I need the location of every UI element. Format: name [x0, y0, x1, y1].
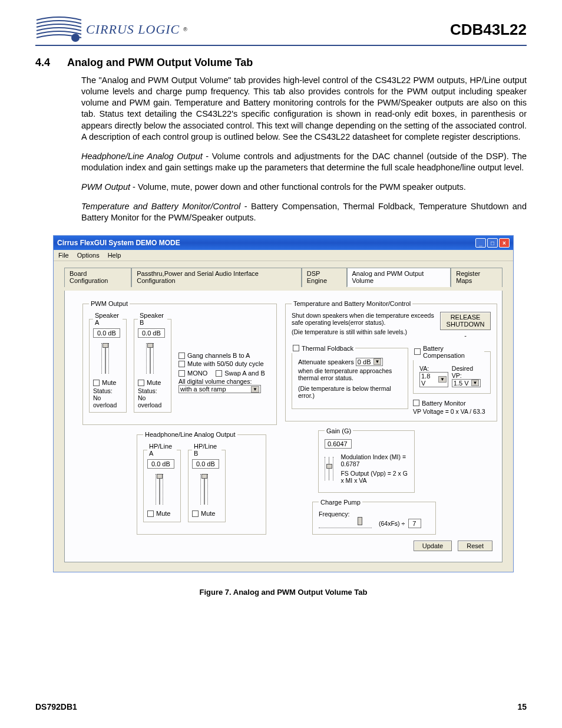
hp-a-mute[interactable]: Mute	[147, 510, 177, 517]
temp-battery-group: Temperature and Battery Monitor/Control …	[285, 300, 497, 421]
speaker-a-status-label: Status:	[93, 387, 123, 394]
section-title: Analog and PWM Output Volume Tab	[67, 57, 253, 69]
speaker-a-slider[interactable]	[93, 341, 118, 375]
dash-icon: -	[440, 332, 491, 339]
page-header: CIRRUS LOGIC® CDB43L22	[35, 17, 527, 46]
thermal-foldback-group: Thermal Foldback Attenuate speakers 0 dB…	[292, 344, 408, 409]
gain-value: 0.6047	[325, 439, 352, 449]
mono-checkbox[interactable]: MONO	[178, 370, 207, 377]
cp-legend: Charge Pump	[319, 499, 362, 506]
speaker-b-label: Speaker B	[138, 312, 167, 326]
paragraph-4: Temperature and Battery Monitor/Control …	[81, 201, 527, 223]
vp-voltage-readout: VP Voltage = 0 x VA / 63.3	[413, 408, 491, 415]
va-label: VA:	[419, 365, 448, 372]
hp-legend: Headphone/Line Analog Output	[143, 431, 237, 438]
app-window: Cirrus FlexGUI System DEMO MODE _ □ × Fi…	[53, 235, 514, 572]
reset-button[interactable]: Reset	[458, 541, 492, 551]
menu-help[interactable]: Help	[108, 252, 121, 259]
tf-att-dropdown[interactable]: 0 dB▼	[356, 358, 384, 366]
mute-5050-checkbox[interactable]: Mute with 50/50 duty cycle	[178, 360, 265, 367]
speaker-a-label: Speaker A	[93, 312, 123, 326]
hp-b-label: HP/Line B	[192, 443, 222, 457]
paragraph-2: Headphone/Line Analog Output - Volume co…	[81, 151, 527, 173]
cp-unit: (64xFs) ÷	[379, 520, 405, 527]
maximize-icon[interactable]: □	[487, 238, 498, 248]
fs-output: FS Output (Vpp) = 2 x G x MI x VA	[340, 470, 408, 484]
gang-checkbox[interactable]: Gang channels B to A	[178, 352, 265, 359]
hp-line-group: Headphone/Line Analog Output HP/Line A 0…	[137, 431, 266, 535]
speaker-a-status-value: No overload	[93, 394, 123, 409]
update-button[interactable]: Update	[414, 541, 452, 551]
cp-divisor: 7	[408, 519, 421, 528]
tab-board-config[interactable]: Board Configuration	[64, 268, 131, 287]
menu-options[interactable]: Options	[77, 252, 100, 259]
tab-passthru[interactable]: Passthru,Power and Serial Audio Interfac…	[131, 268, 302, 287]
speaker-b-mute[interactable]: Mute	[138, 379, 167, 386]
menu-bar: File Options Help	[54, 250, 513, 261]
speaker-b-status-value: No overload	[138, 394, 167, 409]
footer-doc-id: DS792DB1	[35, 702, 77, 711]
window-title: Cirrus FlexGUI System DEMO MODE	[57, 239, 180, 247]
paragraph-3: PWM Output - Volume, mute, power down an…	[81, 182, 527, 193]
figure-caption: Figure 7. Analog and PWM Output Volume T…	[53, 588, 514, 597]
hp-b-value: 0.0 dB	[192, 459, 219, 469]
menu-file[interactable]: File	[58, 252, 69, 259]
section-heading: 4.4 Analog and PWM Output Volume Tab	[35, 57, 527, 69]
battery-comp-checkbox[interactable]: Battery Compensation	[414, 345, 482, 359]
tab-row: Board Configuration Passthru,Power and S…	[64, 267, 503, 287]
shutdown-status: (Die temperature is still within safe le…	[292, 328, 435, 335]
hp-b-mute[interactable]: Mute	[192, 510, 222, 517]
minimize-icon[interactable]: _	[475, 238, 486, 248]
speaker-a-mute[interactable]: Mute	[93, 379, 123, 386]
pwm-legend: PWM Output	[89, 300, 130, 307]
tf-note: (Die temperature is below thermal error.…	[298, 385, 402, 399]
thermal-foldback-checkbox[interactable]: Thermal Foldback	[293, 345, 353, 352]
shutdown-desc: Shut down speakers when die temperature …	[292, 312, 435, 326]
hp-a-slider[interactable]	[147, 472, 172, 506]
speaker-b-group: Speaker B 0.0 dB Mute Status: No overloa…	[134, 312, 171, 413]
footer-page-number: 15	[517, 702, 527, 711]
va-dropdown[interactable]: 1.8 V▼	[419, 372, 448, 387]
ramp-dropdown[interactable]: with a soft ramp▼	[178, 385, 261, 393]
speaker-a-group: Speaker A 0.0 dB Mute Status: No overloa…	[89, 312, 127, 413]
tab-dsp[interactable]: DSP Engine	[302, 268, 347, 287]
hp-b-slider[interactable]	[192, 472, 217, 506]
page-footer: DS792DB1 15	[35, 702, 527, 711]
release-shutdown-button[interactable]: RELEASE SHUTDOWN	[440, 312, 491, 330]
brand-logo: CIRRUS LOGIC®	[35, 17, 187, 42]
section-number: 4.4	[35, 57, 55, 69]
vp-dropdown[interactable]: 1.5 V▼	[452, 379, 481, 387]
temp-legend: Temperature and Battery Monitor/Control	[292, 300, 412, 307]
gain-legend: Gain (G)	[325, 427, 353, 434]
tf-att-label: Attenuate speakers	[298, 358, 354, 365]
document-id: CDB43L22	[450, 21, 527, 39]
hp-a-label: HP/Line A	[147, 443, 177, 457]
svg-point-0	[71, 34, 80, 42]
swap-checkbox[interactable]: Swap A and B	[216, 370, 265, 377]
tf-when: when die temperature approaches thermal …	[298, 367, 402, 381]
tab-register-maps[interactable]: Register Maps	[451, 268, 503, 287]
speaker-b-slider[interactable]	[138, 341, 163, 375]
digital-volume-label: All digital volume changes:	[178, 378, 265, 385]
hp-a-value: 0.0 dB	[147, 459, 174, 469]
window-titlebar: Cirrus FlexGUI System DEMO MODE _ □ ×	[54, 236, 513, 250]
cp-freq-label: Frequency:	[319, 510, 429, 518]
brand-text: CIRRUS LOGIC	[86, 22, 180, 37]
cp-slider[interactable]	[319, 519, 372, 528]
speaker-b-status-label: Status:	[138, 387, 167, 394]
hp-b-group: HP/Line B 0.0 dB Mute	[188, 443, 226, 522]
gain-group: Gain (G) 0.6047 Modulation Index (MI) = …	[318, 427, 415, 493]
speaker-b-value: 0.0 dB	[138, 328, 165, 338]
speaker-a-value: 0.0 dB	[93, 328, 120, 338]
tab-analog-pwm[interactable]: Analog and PWM Output Volume	[347, 268, 451, 287]
pwm-output-group: PWM Output Speaker A 0.0 dB Mute Status:…	[82, 300, 277, 425]
screenshot-figure: Cirrus FlexGUI System DEMO MODE _ □ × Fi…	[53, 235, 514, 596]
paragraph-1: The "Analog and PWM Output Volume" tab p…	[81, 75, 527, 143]
hp-a-group: HP/Line A 0.0 dB Mute	[143, 443, 181, 522]
mod-index: Modulation Index (MI) = 0.6787	[340, 453, 408, 467]
gain-slider[interactable]: Modulation Index (MI) = 0.6787 FS Output…	[325, 453, 408, 484]
close-icon[interactable]: ×	[499, 238, 510, 248]
vp-label: Desired VP:	[452, 365, 484, 379]
battery-comp-group: Battery Compensation VA: 1.8 V▼	[413, 344, 491, 394]
battery-monitor-checkbox[interactable]: Battery Monitor	[413, 400, 491, 407]
